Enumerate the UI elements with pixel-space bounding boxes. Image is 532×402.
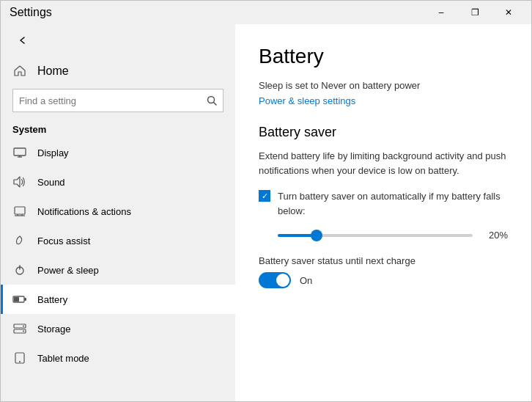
battery-saver-toggle-row: On (259, 272, 508, 288)
search-icon (207, 95, 217, 106)
battery-saver-title: Battery saver (259, 125, 508, 140)
power-label: Power & sleep (37, 265, 99, 276)
toggle-knob (276, 274, 289, 287)
svg-point-18 (23, 331, 24, 332)
storage-label: Storage (37, 324, 71, 335)
battery-icon (12, 292, 27, 307)
battery-threshold-slider-row: 20% (278, 230, 508, 241)
display-icon (12, 145, 27, 160)
svg-rect-13 (24, 298, 26, 301)
toggle-section-label: Battery saver status until next charge (259, 255, 508, 266)
battery-saver-checkbox-row: ✓ Turn battery saver on automatically if… (259, 189, 508, 218)
battery-saver-toggle[interactable] (259, 272, 291, 288)
title-bar-left: Settings (10, 6, 52, 19)
minimize-button[interactable]: – (424, 1, 458, 24)
sidebar-section-label: System (1, 118, 235, 138)
slider-value: 20% (481, 230, 508, 241)
main-layout: Home System Display (1, 24, 531, 401)
sidebar-item-display[interactable]: Display (1, 138, 235, 167)
sidebar-item-tablet[interactable]: Tablet mode (1, 343, 235, 373)
sidebar-item-storage[interactable]: Storage (1, 314, 235, 343)
search-input[interactable] (19, 95, 207, 106)
svg-rect-14 (14, 297, 19, 302)
sound-icon (12, 175, 27, 189)
sidebar: Home System Display (1, 24, 235, 401)
power-sleep-link[interactable]: Power & sleep settings (259, 95, 355, 106)
tablet-icon (12, 351, 27, 365)
sidebar-item-battery[interactable]: Battery (1, 285, 235, 314)
svg-rect-6 (15, 207, 25, 214)
sidebar-item-notifications[interactable]: Notifications & actions (1, 197, 235, 226)
storage-icon (12, 321, 27, 336)
slider-thumb[interactable] (311, 230, 322, 241)
power-icon (12, 263, 27, 277)
notifications-icon (12, 204, 27, 219)
checkbox-label: Turn battery saver on automatically if m… (278, 189, 508, 218)
battery-label: Battery (37, 294, 67, 305)
home-label: Home (37, 65, 69, 78)
sidebar-item-focus[interactable]: Focus assist (1, 226, 235, 255)
sidebar-item-power[interactable]: Power & sleep (1, 255, 235, 285)
search-box[interactable] (12, 89, 223, 112)
sidebar-item-sound[interactable]: Sound (1, 167, 235, 197)
sound-label: Sound (37, 177, 65, 188)
sleep-info: Sleep is set to Never on battery power (259, 80, 508, 91)
content-panel: Battery Sleep is set to Never on battery… (235, 24, 531, 401)
title-bar-title: Settings (10, 6, 52, 19)
title-bar-controls: – ❐ ✕ (424, 1, 525, 24)
back-icon (18, 36, 27, 45)
maximize-button[interactable]: ❐ (458, 1, 492, 24)
page-title: Battery (259, 45, 508, 68)
focus-icon (12, 233, 27, 248)
back-button[interactable] (12, 30, 33, 51)
svg-marker-5 (14, 177, 20, 187)
sidebar-nav-top (1, 24, 235, 56)
battery-saver-checkbox[interactable]: ✓ (259, 190, 270, 202)
notifications-label: Notifications & actions (37, 206, 131, 217)
svg-rect-2 (14, 148, 26, 156)
checkbox-check-icon: ✓ (262, 191, 268, 201)
svg-line-1 (214, 103, 217, 106)
svg-point-20 (19, 361, 21, 362)
sidebar-item-home[interactable]: Home (1, 56, 235, 86)
settings-window: Settings – ❐ ✕ (0, 0, 532, 402)
toggle-status-label: On (300, 275, 312, 286)
display-label: Display (37, 147, 69, 158)
slider-track[interactable] (278, 234, 473, 237)
focus-label: Focus assist (37, 235, 90, 246)
close-button[interactable]: ✕ (492, 1, 525, 24)
battery-saver-description: Extend battery life by limiting backgrou… (259, 149, 508, 178)
home-icon (12, 64, 27, 78)
title-bar: Settings – ❐ ✕ (1, 1, 531, 24)
svg-point-17 (23, 326, 24, 327)
tablet-label: Tablet mode (37, 353, 89, 364)
